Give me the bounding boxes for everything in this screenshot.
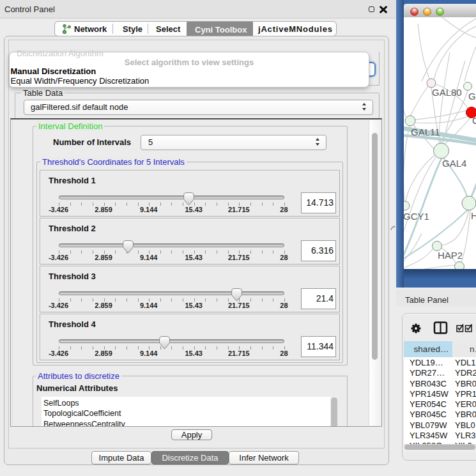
svg-text:GCY1: GCY1 <box>404 211 429 222</box>
svg-text:HI: HI <box>471 210 476 221</box>
svg-text:HAP2: HAP2 <box>438 250 463 261</box>
svg-text:GAL80: GAL80 <box>432 87 462 98</box>
svg-text:GAL11: GAL11 <box>411 127 440 137</box>
svg-text:GA: GA <box>468 91 476 102</box>
svg-text:GAL4: GAL4 <box>442 158 466 169</box>
svg-text:CD: CD <box>472 115 476 126</box>
